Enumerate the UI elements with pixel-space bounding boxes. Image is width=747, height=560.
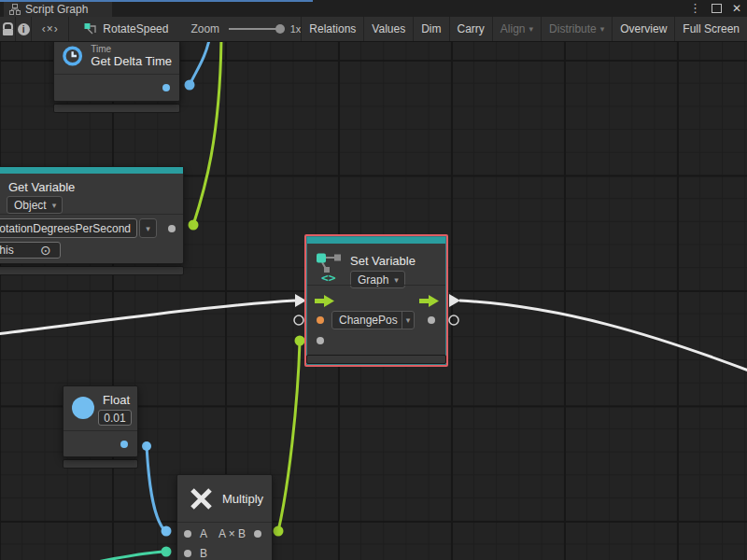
wire-end-dot bbox=[162, 547, 172, 557]
unconnected-port-ring[interactable] bbox=[294, 315, 303, 325]
node-float[interactable]: Float 0.01 bbox=[63, 385, 138, 469]
wire-end-dot bbox=[162, 526, 172, 537]
zoom-label: Zoom bbox=[190, 22, 219, 35]
port-label-output: A × B bbox=[218, 527, 246, 540]
output-port[interactable] bbox=[254, 530, 261, 538]
clock-icon bbox=[62, 45, 83, 67]
wire-to-multiply-b bbox=[26, 552, 163, 560]
node-footer bbox=[0, 266, 184, 275]
input-port-b[interactable] bbox=[184, 550, 191, 557]
breadcrumb-graph-name: RotateSpeed bbox=[103, 22, 168, 35]
unconnected-port-ring[interactable] bbox=[449, 315, 458, 325]
node-get-delta-time[interactable]: Time Get Delta Time bbox=[53, 42, 180, 113]
script-graph-window: Script Graph ⋮ ✕ i ‹×› RotateSpeed bbox=[0, 0, 747, 560]
tab-title: Script Graph bbox=[25, 3, 88, 16]
variable-scope-dropdown[interactable]: Object ▾ bbox=[7, 196, 63, 214]
node-set-variable[interactable]: <> Set Variable Graph ▾ bbox=[306, 236, 446, 365]
node-title: Get Delta Time bbox=[91, 54, 172, 68]
variable-node-accent bbox=[0, 167, 183, 174]
dim-button[interactable]: Dim bbox=[413, 17, 448, 41]
code-view-button[interactable]: ‹×› bbox=[32, 17, 69, 41]
variable-node-accent bbox=[307, 237, 445, 244]
distribute-dropdown-button[interactable]: Distribute▾ bbox=[541, 17, 612, 41]
variable-name-dropdown[interactable]: ▾ bbox=[139, 218, 157, 238]
code-icon: ‹×› bbox=[42, 22, 59, 35]
target-object-field[interactable]: This bbox=[0, 242, 61, 259]
zoom-value: 1x bbox=[290, 23, 302, 35]
variable-name-port[interactable] bbox=[317, 316, 324, 324]
inspect-button[interactable]: i bbox=[16, 17, 32, 41]
input-port-a[interactable] bbox=[184, 530, 191, 538]
wire-flow-out-arrow bbox=[449, 294, 460, 307]
value-output-port[interactable] bbox=[168, 225, 176, 232]
wire-flow-in bbox=[0, 301, 295, 335]
relations-button[interactable]: Relations bbox=[301, 17, 363, 41]
wire-end-dot bbox=[189, 220, 199, 231]
toolbar: i ‹×› RotateSpeed Zoom 1x Relations Valu… bbox=[0, 17, 747, 42]
variable-name-field[interactable]: RotationDegreesPerSecond bbox=[0, 218, 137, 238]
chevron-down-icon: ▾ bbox=[529, 24, 534, 34]
chevron-down-icon: ▾ bbox=[146, 224, 150, 233]
node-title: Get Variable bbox=[8, 180, 75, 194]
overview-button[interactable]: Overview bbox=[612, 17, 674, 41]
svg-text:<>: <> bbox=[321, 271, 336, 283]
node-category: Time bbox=[91, 44, 172, 54]
align-dropdown-button[interactable]: Align▾ bbox=[492, 17, 541, 41]
port-label-a: A bbox=[200, 527, 207, 540]
wire-float-to-multiply bbox=[147, 446, 164, 530]
node-footer bbox=[306, 355, 446, 364]
close-icon[interactable]: ✕ bbox=[732, 1, 741, 16]
node-multiply[interactable]: Multiply A A × B B bbox=[176, 474, 273, 560]
float-value-field[interactable]: 0.01 bbox=[98, 410, 132, 426]
lock-icon bbox=[3, 22, 13, 35]
window-controls: ⋮ ✕ bbox=[689, 1, 741, 16]
node-get-variable[interactable]: Get Variable Object ▾ RotationDegreesPer… bbox=[0, 166, 184, 275]
graph-icon bbox=[9, 4, 21, 15]
output-port-deltatime[interactable] bbox=[162, 84, 170, 91]
multiply-icon bbox=[189, 486, 214, 511]
set-variable-icon: <> bbox=[316, 253, 344, 283]
lock-button[interactable] bbox=[0, 17, 16, 41]
node-set-variable-selection: <> Set Variable Graph ▾ bbox=[304, 234, 448, 367]
chevron-down-icon: ▾ bbox=[52, 201, 57, 210]
node-title: Multiply bbox=[222, 492, 263, 506]
float-type-icon bbox=[72, 397, 94, 419]
tab-script-graph[interactable]: Script Graph bbox=[4, 2, 112, 17]
wire-deltatime-out bbox=[190, 42, 210, 85]
wire-multiply-to-setvariable bbox=[278, 342, 300, 531]
chevron-down-icon: ▾ bbox=[394, 275, 399, 285]
object-picker-icon[interactable]: ⊙ bbox=[40, 244, 51, 257]
carry-button[interactable]: Carry bbox=[449, 17, 492, 41]
values-button[interactable]: Values bbox=[363, 17, 413, 41]
window-menu-icon[interactable]: ⋮ bbox=[689, 1, 701, 16]
wire-end-dot bbox=[142, 441, 151, 451]
node-title: Set Variable bbox=[350, 254, 416, 268]
value-output-port[interactable] bbox=[428, 316, 435, 324]
wire-flow-out bbox=[459, 301, 747, 374]
zoom-slider[interactable] bbox=[229, 28, 280, 30]
flow-in-port[interactable] bbox=[313, 295, 335, 307]
variable-name-dropdown[interactable]: ChangePos ▾ bbox=[331, 311, 415, 329]
wire-getvariable-out bbox=[193, 42, 221, 225]
wire-end-dot bbox=[274, 526, 284, 537]
chevron-down-icon: ▾ bbox=[600, 24, 605, 34]
wire-end-dot bbox=[295, 336, 305, 346]
value-output-port[interactable] bbox=[120, 441, 128, 448]
graph-canvas[interactable]: Time Get Delta Time Get Variable Object bbox=[0, 42, 747, 560]
wire-end-dot bbox=[185, 80, 195, 91]
maximize-icon[interactable] bbox=[712, 4, 722, 13]
info-icon: i bbox=[18, 23, 30, 35]
zoom-slider-handle[interactable] bbox=[275, 24, 285, 34]
script-graph-asset-icon bbox=[84, 22, 97, 35]
full-screen-button[interactable]: Full Screen bbox=[674, 17, 747, 41]
node-footer bbox=[63, 459, 138, 469]
toolbar-right-group: Relations Values Dim Carry Align▾ Distri… bbox=[301, 17, 747, 41]
value-input-port[interactable] bbox=[317, 337, 324, 344]
chevron-down-icon: ▾ bbox=[402, 312, 415, 329]
flow-out-port[interactable] bbox=[417, 295, 440, 307]
breadcrumb[interactable]: RotateSpeed bbox=[84, 22, 168, 35]
titlebar: Script Graph ⋮ ✕ bbox=[0, 0, 747, 17]
port-label-b: B bbox=[200, 547, 207, 560]
node-title: Float bbox=[103, 393, 130, 407]
node-footer bbox=[53, 104, 180, 113]
